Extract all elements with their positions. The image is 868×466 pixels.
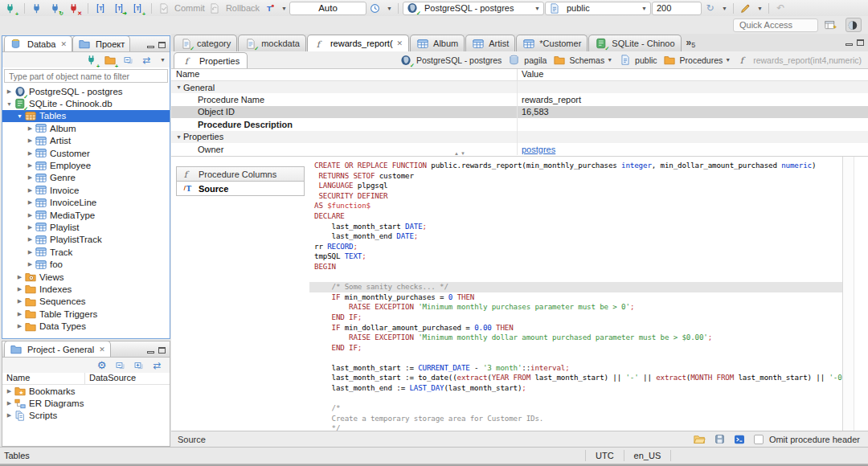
collapse-arrow-icon[interactable]: ▼ [5, 101, 14, 107]
overview-ruler[interactable] [854, 157, 868, 431]
connect-button[interactable] [29, 1, 47, 15]
maximize-icon[interactable] [158, 42, 166, 48]
annotation-ruler[interactable] [842, 157, 854, 431]
quick-access-input[interactable] [733, 18, 818, 32]
expand-arrow-icon[interactable]: ▶ [26, 236, 35, 243]
expand-arrow-icon[interactable]: ▶ [26, 224, 35, 231]
breadcrumb-postgresql-postgres[interactable]: ✓PostgreSQL - postgres [400, 55, 502, 66]
tree-item-album[interactable]: ▶Album [2, 122, 170, 134]
rollback-button[interactable]: Rollback [207, 1, 261, 15]
expand-arrow-icon[interactable]: ▶ [26, 199, 35, 206]
save-to-file-button[interactable] [714, 434, 726, 445]
tree-item-invoiceline[interactable]: ▶InvoiceLine [2, 197, 170, 209]
tree-item-data-types[interactable]: ▶Data Types [2, 320, 170, 332]
brush-button[interactable]: ▼ [738, 1, 764, 15]
sql-editor-button[interactable]: T [92, 1, 110, 15]
expand-arrow-icon[interactable]: ▶ [26, 125, 35, 132]
tree-item-foo[interactable]: ▶foo [2, 258, 170, 270]
autocommit-select[interactable]: Auto [289, 2, 366, 15]
reconnect-button[interactable]: ↻ [47, 1, 65, 15]
collapse-all-button[interactable] [122, 55, 134, 66]
editor-tab-category[interactable]: ✓category [174, 35, 237, 51]
expand-arrow-icon[interactable]: ▶ [26, 212, 35, 219]
section-tab-procedure-columns[interactable]: fProcedure Columns [176, 166, 305, 182]
nav-new-folder-button[interactable]: + [104, 55, 116, 66]
expand-arrow-icon[interactable]: ▶ [26, 187, 35, 194]
new-sql-editor-button[interactable]: T➜ [111, 1, 129, 15]
property-row-properties[interactable]: ▼Properties [171, 131, 868, 143]
breadcrumb-public[interactable]: public [619, 55, 657, 66]
close-icon[interactable]: ✕ [99, 345, 105, 354]
expand-arrow-icon[interactable]: ▶ [5, 412, 14, 419]
editor-tab-customer[interactable]: *Customer [516, 35, 588, 51]
expand-arrow-icon[interactable]: ▶ [15, 311, 24, 317]
gear-icon-button[interactable]: ⚙ [96, 360, 108, 371]
link-with-editor-button[interactable]: ⇄ [141, 55, 153, 66]
project-item-scripts[interactable]: ▶Scripts [2, 410, 170, 422]
commit-button[interactable]: Commit [156, 1, 207, 15]
collapse-arrow-icon[interactable]: ▼ [15, 113, 24, 119]
expand-arrow-icon[interactable]: ▶ [26, 174, 35, 181]
column-value[interactable]: Value [517, 69, 868, 80]
minimize-icon[interactable] [147, 46, 154, 48]
link-with-editor-button[interactable]: ⇄ [151, 360, 163, 371]
collapse-arrow-icon[interactable]: ▼ [176, 84, 183, 90]
project-item-er-diagrams[interactable]: ▶ER Diagrams [2, 397, 170, 409]
tree-item-artist[interactable]: ▶Artist [2, 135, 170, 147]
tree-item-mediatype[interactable]: ▶MediaType [2, 209, 170, 221]
open-sql-script-button[interactable]: T+ [129, 1, 147, 15]
transaction-mode-button[interactable]: T▼ [262, 1, 289, 15]
tree-item-views[interactable]: ▶Views [2, 271, 170, 283]
editor-tab-rewards-report[interactable]: frewards_report(✕ [307, 35, 409, 51]
expand-all-button[interactable] [133, 360, 145, 371]
expand-arrow-icon[interactable]: ▶ [26, 261, 35, 268]
dbeaver-perspective-button[interactable] [845, 18, 862, 32]
editor-tab-album[interactable]: Album [410, 35, 465, 51]
property-row-object-id[interactable]: Object ID16,583 [171, 106, 868, 118]
open-perspective-button[interactable]: ✦ [824, 18, 840, 32]
omit-procedure-header-checkbox[interactable] [754, 435, 764, 444]
breadcrumb-schemas[interactable]: Schemas▼ [553, 55, 612, 66]
splitter-handle[interactable]: ▲▼ [454, 151, 467, 156]
locale-indicator[interactable]: en_US [624, 450, 672, 461]
breadcrumb-rewards-report-int4-numeric[interactable]: frewards_report(int4,numeric) [737, 55, 862, 66]
expand-arrow-icon[interactable]: ▶ [26, 249, 35, 255]
close-icon[interactable]: ✕ [397, 39, 403, 47]
breadcrumb-procedures[interactable]: Procedures▼ [664, 55, 731, 66]
maximize-icon[interactable] [158, 347, 166, 354]
chevron-down-icon[interactable]: ▼ [725, 57, 731, 63]
expand-arrow-icon[interactable]: ▶ [15, 286, 24, 292]
undo-button[interactable]: ↶ [773, 1, 791, 15]
editor-tab-artist[interactable]: Artist [465, 35, 515, 51]
tab-properties[interactable]: fProperties [174, 52, 248, 68]
tree-item-table-triggers[interactable]: ▶Table Triggers [2, 308, 170, 320]
property-row-owner[interactable]: Ownerpostgres [171, 143, 868, 155]
new-connection-button[interactable]: + [2, 1, 20, 15]
expand-arrow-icon[interactable]: ▶ [15, 323, 24, 329]
source-code-editor[interactable]: CREATE OR REPLACE FUNCTION public.reward… [309, 157, 842, 431]
tree-item-sequences[interactable]: ▶Sequences [2, 296, 170, 308]
tree-item-track[interactable]: ▶Track [2, 246, 170, 258]
editor-tab-mockdata[interactable]: ✓mockdata [238, 35, 306, 51]
property-row-procedure-description[interactable]: Procedure Description [171, 118, 868, 130]
minimize-icon[interactable] [147, 351, 154, 354]
disconnect-button[interactable]: ✕ [66, 1, 84, 15]
expand-arrow-icon[interactable]: ▶ [15, 274, 24, 280]
collapse-arrow-icon[interactable]: ▼ [176, 134, 183, 140]
tree-item-invoice[interactable]: ▶Invoice [2, 184, 170, 196]
expand-arrow-icon[interactable]: ▶ [26, 162, 35, 169]
section-tab-source[interactable]: TSource [176, 181, 305, 196]
collapse-all-button[interactable] [114, 360, 126, 371]
tab-database-navigator[interactable]: Databa✕ [4, 35, 72, 51]
property-row-general[interactable]: ▼General [171, 81, 868, 93]
column-name[interactable]: Name [2, 373, 85, 384]
tree-item-playlisttrack[interactable]: ▶PlaylistTrack [2, 234, 170, 246]
connection-select[interactable]: ✓PostgreSQL - postgres▼ [403, 2, 544, 15]
expand-arrow-icon[interactable]: ▶ [26, 137, 35, 144]
maximize-icon[interactable] [857, 39, 864, 46]
view-menu-button[interactable]: ▼ [160, 57, 166, 63]
expand-arrow-icon[interactable]: ▶ [5, 88, 14, 95]
expand-arrow-icon[interactable]: ▶ [5, 400, 14, 407]
tree-item-customer[interactable]: ▶Customer [2, 147, 170, 159]
nav-new-connection-button[interactable]: + [85, 55, 97, 66]
